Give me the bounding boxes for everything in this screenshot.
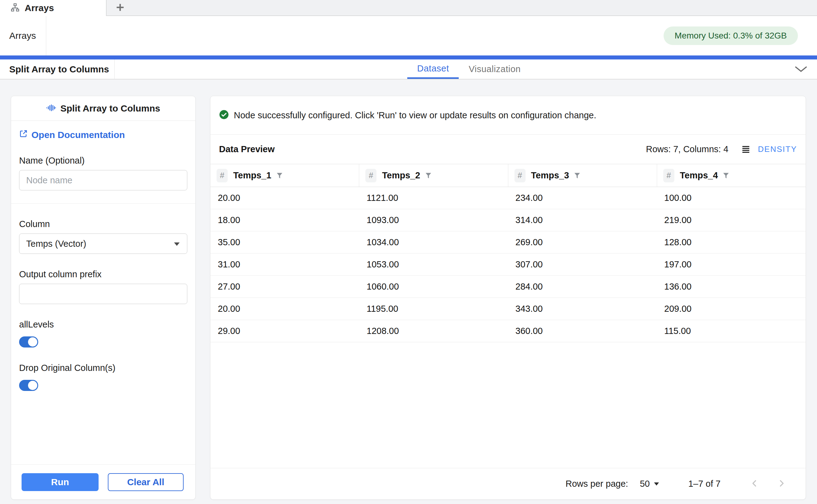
table-cell: 360.00 [508,320,657,342]
workspace-tab-arrays[interactable]: Arrays [0,0,107,16]
numeric-type-icon: # [365,169,376,182]
numeric-type-icon: # [217,169,228,182]
breadcrumb: Arrays [9,16,36,55]
header-divider [46,16,46,55]
table-row[interactable]: 31.00 1053.00 307.00 197.00 [210,254,806,276]
column-name: Temps_2 [382,170,420,181]
rows-per-page-select[interactable]: 50 [640,479,659,489]
table-cell: 197.00 [657,254,806,275]
memory-usage-badge: Memory Used: 0.3% of 32GB [664,26,798,45]
next-page-button[interactable] [775,477,788,491]
table-cell: 35.00 [210,231,359,253]
pagination-bar: Rows per page: 50 1–7 of 7 [210,468,806,499]
chevron-left-icon [750,479,759,489]
filter-icon[interactable] [425,172,432,179]
table-row[interactable]: 20.00 1121.00 234.00 100.00 [210,187,806,209]
sitemap-icon [10,3,20,13]
tab-bar: Arrays [0,0,817,16]
check-circle-icon [219,110,229,121]
section-header: Split Array to Columns Dataset Visualiza… [0,59,817,79]
status-row: Node successfully configured. Click 'Run… [210,96,806,135]
table-cell: 100.00 [657,187,806,209]
tab-label: Arrays [25,3,54,13]
alllevels-toggle[interactable] [19,336,38,348]
toggle-knob [28,381,37,390]
previous-page-button[interactable] [748,477,761,491]
waveform-icon [46,104,56,113]
table-cell: 1034.00 [359,231,508,253]
drop-original-field: Drop Original Column(s) [19,363,187,391]
run-button[interactable]: Run [22,473,99,491]
tab-visualization[interactable]: Visualization [459,59,530,79]
open-documentation-link[interactable]: Open Documentation [19,129,125,140]
rows-columns-summary: Rows: 7, Columns: 4 [646,144,729,154]
table-cell: 20.00 [210,187,359,209]
table-cell: 20.00 [210,298,359,320]
drop-original-toggle[interactable] [19,380,38,391]
density-icon[interactable] [741,145,750,154]
table-cell: 1093.00 [359,209,508,231]
node-title: Split Array to Columns [60,103,160,114]
table-header-cell[interactable]: # Temps_4 [657,164,806,187]
data-preview-title: Data Preview [219,144,275,154]
plus-icon [115,2,125,14]
table-cell: 1121.00 [359,187,508,209]
chevron-down-icon [794,65,808,74]
table-cell: 1053.00 [359,254,508,275]
output-prefix-input[interactable] [19,284,187,304]
clear-all-button[interactable]: Clear All [108,473,184,491]
collapse-section-button[interactable] [794,64,808,75]
table-cell: 234.00 [508,187,657,209]
filter-icon[interactable] [573,172,581,179]
table-header-cell[interactable]: # Temps_1 [210,164,359,187]
column-field-label: Column [19,219,187,229]
table-header-row: # Temps_1 # Temps_2 [210,164,806,187]
table-cell: 115.00 [657,320,806,342]
table-body: 20.00 1121.00 234.00 100.00 18.00 1093.0… [210,187,806,342]
table-row[interactable]: 29.00 1208.00 360.00 115.00 [210,320,806,342]
table-cell: 219.00 [657,209,806,231]
column-name: Temps_4 [680,170,718,181]
prefix-field-label: Output column prefix [19,269,187,279]
page-range-label: 1–7 of 7 [688,479,721,489]
config-body: Open Documentation Name (Optional) Colum… [11,121,195,391]
config-actions: Run Clear All [11,464,195,499]
node-title-row: Split Array to Columns [11,96,195,121]
filter-icon[interactable] [722,172,730,179]
filter-icon[interactable] [276,172,283,179]
numeric-type-icon: # [663,169,674,182]
density-button[interactable]: DENSITY [758,144,797,154]
table-cell: 27.00 [210,276,359,298]
column-name: Temps_1 [233,170,271,181]
table-row[interactable]: 27.00 1060.00 284.00 136.00 [210,276,806,298]
node-name-input[interactable] [19,170,187,190]
rows-per-page-label: Rows per page: [566,479,628,489]
table-header-cell[interactable]: # Temps_3 [508,164,657,187]
table-cell: 136.00 [657,276,806,298]
view-tabs: Dataset Visualization [407,59,530,79]
preview-meta: Rows: 7, Columns: 4 DENSITY [646,144,797,154]
caret-down-icon [174,242,180,246]
tab-dataset[interactable]: Dataset [407,59,459,79]
accent-bar [0,55,817,59]
new-tab-button[interactable] [111,0,129,16]
config-panel: Split Array to Columns Open Documentatio… [11,96,196,500]
preview-bar: Data Preview Rows: 7, Columns: 4 DENSITY [210,135,806,164]
table-cell: 18.00 [210,209,359,231]
name-field-label: Name (Optional) [19,156,187,166]
toggle-knob [28,337,37,347]
external-link-icon [19,129,28,140]
table-cell: 307.00 [508,254,657,275]
column-select-value: Temps (Vector) [26,239,86,249]
table-cell: 31.00 [210,254,359,275]
table-row[interactable]: 20.00 1195.00 343.00 209.00 [210,298,806,320]
results-panel: Node successfully configured. Click 'Run… [210,96,806,500]
status-message: Node successfully configured. Click 'Run… [234,110,596,120]
table-cell: 1195.00 [359,298,508,320]
table-row[interactable]: 35.00 1034.00 269.00 128.00 [210,231,806,254]
table-cell: 314.00 [508,209,657,231]
column-select[interactable]: Temps (Vector) [19,234,187,254]
table-header-cell[interactable]: # Temps_2 [359,164,508,187]
table-cell: 1060.00 [359,276,508,298]
table-row[interactable]: 18.00 1093.00 314.00 219.00 [210,209,806,231]
